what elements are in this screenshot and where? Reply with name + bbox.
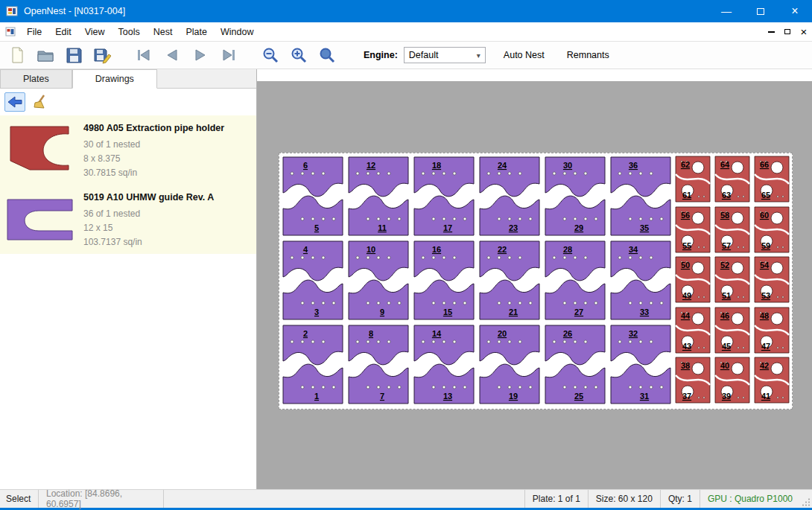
return-arrow-button[interactable] bbox=[4, 92, 25, 112]
menu-edit[interactable]: Edit bbox=[48, 24, 78, 40]
purple-part-pair[interactable]: 3029 bbox=[544, 156, 606, 237]
purple-part-pair[interactable]: 2625 bbox=[544, 324, 606, 405]
zoom-fit-icon[interactable] bbox=[316, 44, 338, 66]
menu-tools[interactable]: Tools bbox=[112, 24, 147, 40]
purple-part-pair[interactable]: 3635 bbox=[609, 156, 672, 237]
save-button[interactable] bbox=[63, 44, 85, 66]
zoom-out-icon[interactable] bbox=[259, 44, 282, 66]
child-close-icon[interactable]: × bbox=[796, 24, 812, 40]
purple-part-pair[interactable]: 87 bbox=[347, 324, 410, 405]
status-mode: Select bbox=[0, 490, 39, 508]
minimize-icon[interactable]: — bbox=[709, 0, 743, 22]
purple-part-pair[interactable]: 2221 bbox=[478, 240, 541, 321]
red-part-pair[interactable]: 4039 bbox=[714, 357, 751, 404]
child-restore-icon[interactable] bbox=[779, 24, 796, 40]
red-part-pair[interactable]: 4847 bbox=[754, 307, 790, 354]
purple-part-pair[interactable]: 1817 bbox=[413, 156, 475, 237]
purple-part-pair[interactable]: 3231 bbox=[609, 324, 672, 405]
previous-plate-icon[interactable] bbox=[161, 44, 183, 66]
purple-part-pair[interactable]: 109 bbox=[347, 240, 410, 321]
red-part-pair[interactable]: 5251 bbox=[714, 256, 751, 303]
open-file-button[interactable] bbox=[34, 44, 57, 66]
part-number: 23 bbox=[509, 223, 518, 232]
engine-value: Default bbox=[409, 50, 439, 60]
list-item[interactable]: 5019 A10 UHMW guide Rev. A 36 of 1 neste… bbox=[0, 185, 256, 254]
purple-part-pair[interactable]: 2423 bbox=[478, 156, 541, 237]
part-number: 5 bbox=[314, 223, 319, 232]
red-part-pair[interactable]: 6665 bbox=[754, 156, 790, 203]
close-icon[interactable]: × bbox=[778, 0, 812, 22]
purple-part-pair[interactable]: 1413 bbox=[413, 324, 475, 405]
part-thumbnail-purple bbox=[1, 188, 79, 249]
purple-part-pair[interactable]: 65 bbox=[282, 156, 344, 237]
maximize-icon[interactable] bbox=[743, 0, 778, 22]
engine-label: Engine: bbox=[364, 50, 398, 60]
document-icon[interactable] bbox=[5, 27, 16, 37]
part-number: 40 bbox=[720, 361, 729, 370]
zoom-in-icon[interactable] bbox=[288, 44, 310, 66]
part-number: 22 bbox=[498, 245, 507, 254]
nest-canvas[interactable]: 6512111817242330293635431091615222128273… bbox=[257, 81, 812, 489]
drawing-list: 4980 A05 Extraction pipe holder 30 of 1 … bbox=[0, 115, 256, 489]
purple-part-pair[interactable]: 21 bbox=[282, 324, 344, 405]
menu-view[interactable]: View bbox=[78, 24, 112, 40]
menu-window[interactable]: Window bbox=[214, 24, 260, 40]
part-number: 16 bbox=[432, 245, 441, 254]
purple-part-pair[interactable]: 3433 bbox=[609, 240, 672, 321]
purple-part-pair[interactable]: 1211 bbox=[347, 156, 410, 237]
red-part-pair[interactable]: 6059 bbox=[754, 206, 790, 253]
purple-part-pair[interactable]: 1615 bbox=[413, 240, 475, 321]
purple-part-pair[interactable]: 43 bbox=[282, 240, 344, 321]
resize-grip-icon[interactable] bbox=[800, 490, 812, 508]
red-part-pair[interactable]: 5049 bbox=[675, 256, 711, 303]
next-plate-icon[interactable] bbox=[189, 44, 212, 66]
red-part-pair[interactable]: 6463 bbox=[714, 156, 751, 203]
part-number: 11 bbox=[378, 223, 387, 232]
part-number: 19 bbox=[509, 392, 518, 401]
menu-nest[interactable]: Nest bbox=[147, 24, 180, 40]
list-item[interactable]: 4980 A05 Extraction pipe holder 30 of 1 … bbox=[0, 115, 256, 185]
toolbar: Engine: Default ▾ Auto Nest Remnants bbox=[0, 42, 812, 69]
drawing-nested: 36 of 1 nested bbox=[83, 207, 214, 221]
engine-dropdown[interactable]: Default ▾ bbox=[404, 47, 486, 63]
save-as-button[interactable] bbox=[91, 44, 113, 66]
part-number: 36 bbox=[629, 161, 638, 170]
red-part-pair[interactable]: 4443 bbox=[675, 307, 711, 354]
part-number: 15 bbox=[443, 307, 452, 316]
tab-plates[interactable]: Plates bbox=[0, 69, 72, 88]
remnants-button[interactable]: Remnants bbox=[562, 46, 614, 64]
first-plate-icon[interactable] bbox=[133, 44, 155, 66]
menubar: File Edit View Tools Nest Plate Window × bbox=[0, 22, 812, 42]
last-plate-icon[interactable] bbox=[218, 44, 240, 66]
menu-file[interactable]: File bbox=[20, 24, 48, 40]
purple-part-pair[interactable]: 2827 bbox=[544, 240, 606, 321]
new-file-button[interactable] bbox=[6, 44, 28, 66]
red-part-pair[interactable]: 6261 bbox=[675, 156, 711, 203]
red-part-pair[interactable]: 5857 bbox=[714, 206, 751, 253]
child-minimize-icon[interactable] bbox=[763, 24, 779, 40]
red-part-pair[interactable]: 4645 bbox=[714, 307, 751, 354]
menu-plate[interactable]: Plate bbox=[179, 24, 214, 40]
sidebar-tabstrip: Plates Drawings bbox=[0, 69, 256, 89]
part-number: 66 bbox=[760, 160, 769, 169]
part-number: 62 bbox=[681, 160, 690, 169]
part-number: 1 bbox=[314, 392, 319, 401]
nest-plate[interactable]: 6512111817242330293635431091615222128273… bbox=[279, 153, 793, 409]
tab-drawings[interactable]: Drawings bbox=[72, 69, 157, 89]
clean-broom-button[interactable] bbox=[30, 92, 51, 112]
red-part-pair[interactable]: 5453 bbox=[754, 256, 790, 303]
part-number: 29 bbox=[574, 223, 583, 232]
part-number: 44 bbox=[681, 311, 691, 320]
red-part-pair[interactable]: 4241 bbox=[754, 357, 790, 404]
part-number: 24 bbox=[498, 161, 507, 170]
red-part-pair[interactable]: 5655 bbox=[675, 206, 711, 253]
part-number: 45 bbox=[722, 342, 731, 351]
part-number: 63 bbox=[722, 191, 731, 200]
auto-nest-button[interactable]: Auto Nest bbox=[499, 46, 549, 64]
red-part-pair[interactable]: 3837 bbox=[675, 357, 711, 404]
part-number: 60 bbox=[760, 211, 769, 220]
status-qty: Qty: 1 bbox=[660, 490, 700, 508]
purple-part-pair[interactable]: 2019 bbox=[478, 324, 541, 405]
part-number: 9 bbox=[380, 307, 384, 316]
app-icon bbox=[6, 5, 18, 17]
